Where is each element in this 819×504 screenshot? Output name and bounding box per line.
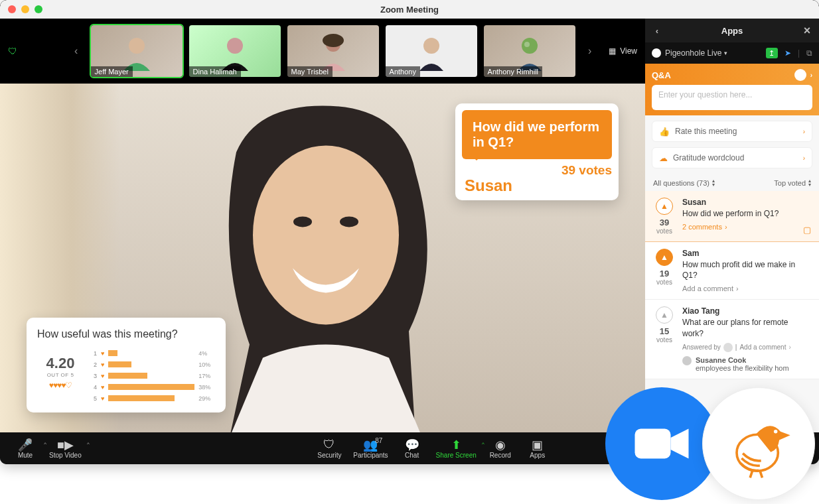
comments-link[interactable]: Add a comment › [682,284,811,292]
chevron-right-icon: › [803,128,805,135]
pigeonhole-logo [702,387,815,500]
send-icon[interactable]: ➤ [784,48,791,58]
chat-button[interactable]: 💬 Chat [394,438,431,459]
participant-name: Jeff Mayer [91,66,133,77]
svg-point-8 [293,216,312,227]
svg-point-7 [253,145,399,324]
mic-icon: 🎤 [18,438,33,452]
chat-label: Chat [405,452,419,459]
participant-thumb[interactable]: Anthony [386,25,477,77]
participant-name: Dina Halimah [189,66,241,77]
participant-thumb[interactable]: May Trisbel [287,25,379,77]
question-votes: 39 votes [462,163,612,178]
svg-point-5 [522,38,538,54]
question-item[interactable]: ▲ 19 votes Sam How much profit did we ma… [645,242,819,300]
share-app-button[interactable]: ↥ [766,48,778,58]
view-label: View [620,46,637,56]
chevron-right-icon: › [803,155,805,162]
share-screen-button[interactable]: ⬆ Share Screen ^ [431,438,482,459]
poll-overlay-card: How useful was this meeting? 4.20 OUT OF… [27,318,226,412]
thumbs-up-icon: 👍 [659,127,670,137]
stop-video-button[interactable]: ■▶ Stop Video ^ [44,438,87,459]
share-label: Share Screen [436,452,477,459]
reply: Susanne Cookemployees the flexibility ho… [682,356,811,372]
shield-icon: 🛡 [323,438,335,452]
question-input[interactable]: Enter your question here... [652,85,812,110]
svg-point-3 [323,34,344,47]
question-author: Xiao Tang [682,306,811,316]
participant-thumb[interactable]: Anthony Rimhill [484,25,575,77]
mute-button[interactable]: 🎤 Mute ^ [7,438,44,459]
popout-icon[interactable]: ⧉ [806,48,812,58]
minimize-window[interactable] [21,5,29,13]
upvote-button[interactable]: ▲ [656,306,673,324]
participant-name: Anthony [386,66,420,77]
poll-bar-row: 5♥29% [90,393,215,403]
apps-button[interactable]: ▣ Apps [519,438,556,459]
record-label: Record [490,452,511,459]
question-text: What are our plans for remote work? [682,317,811,338]
panel-back[interactable]: ‹ [645,19,669,42]
participants-label: Participants [353,452,388,459]
panel-close[interactable]: × [795,19,819,42]
upvote-button[interactable]: ▲ [656,249,673,266]
answered-by: Answered by | Add a comment › [682,343,811,352]
wordcloud-link[interactable]: ☁ Gratitude wordcloud › [652,147,812,168]
question-text: How did we perform in Q1? [682,208,796,219]
wordcloud-label: Gratitude wordcloud [673,153,744,162]
upvote-button[interactable]: ▲ [656,198,673,215]
sort-icon: ▴▾ [808,179,811,187]
vote-count: 15 [660,326,669,336]
security-button[interactable]: 🛡 Security [311,438,348,459]
record-icon: ◉ [495,438,506,452]
rate-meeting-label: Rate this meeting [675,127,737,136]
sort-dropdown[interactable]: Top voted ▴▾ [774,179,811,187]
stop-video-label: Stop Video [49,452,82,459]
filmstrip-next[interactable]: › [582,45,598,57]
filmstrip-prev[interactable]: ‹ [68,45,84,57]
avatar[interactable] [794,69,806,81]
chevron-down-icon[interactable]: ▾ [724,50,727,56]
svg-point-4 [423,38,439,54]
maximize-window[interactable] [35,5,42,13]
question-bubble: How did we perform in Q1? [462,110,612,159]
poll-bar-row: 4♥38% [90,382,215,392]
participant-name: Anthony Rimhill [484,66,542,77]
main-speaker-video: How did we perform in Q1? 39 votes Susan… [0,84,645,432]
question-item[interactable]: ▲ 15 votes Xiao Tang What are our plans … [645,300,819,379]
chevron-up-icon[interactable]: ^ [87,441,90,447]
vote-count: 19 [660,269,669,279]
comments-link[interactable]: 2 comments › [682,223,796,231]
participants-button[interactable]: 👥 87 Participants [348,438,393,459]
filter-all-questions[interactable]: All questions (73) ▴▾ [653,179,715,187]
hearts-icon: ♥♥♥♥♡ [37,381,84,390]
participant-thumb[interactable]: Jeff Mayer [91,25,183,77]
question-text: How much profit did we make in Q1? [682,259,811,281]
project-icon[interactable]: ▢ [803,225,811,235]
vote-label: votes [656,279,672,286]
logo-badges [605,387,815,500]
poll-bars: 1♥4%2♥10%3♥17%4♥38%5♥29% [90,348,215,405]
avatar [682,356,692,365]
close-window[interactable] [8,5,16,13]
vote-count: 39 [660,218,669,227]
participant-thumb[interactable]: Dina Halimah [189,25,281,77]
record-button[interactable]: ◉ Record [482,438,519,459]
pigeonhole-icon [652,48,661,58]
panel-title: Apps [721,26,743,36]
poll-bar-row: 2♥10% [90,359,215,369]
sort-icon: ▴▾ [712,179,715,187]
apps-icon: ▣ [532,438,543,452]
rate-meeting-link[interactable]: 👍 Rate this meeting › [652,121,812,142]
app-name: Pigeonhole Live [665,48,721,58]
svg-rect-10 [635,429,671,459]
question-item[interactable]: ▲ 39 votes Susan How did we perform in Q… [645,191,819,242]
view-button[interactable]: ▦ View [609,46,637,56]
vote-label: votes [656,227,672,235]
poll-title: How useful was this meeting? [37,328,215,340]
chevron-right-icon[interactable]: › [810,72,812,79]
filmstrip: 🛡 ‹ Jeff Mayer Dina Halimah May Trisbel [0,19,645,84]
share-icon: ⬆ [451,438,461,452]
security-label: Security [317,452,341,459]
poll-score-sub: OUT OF 5 [37,372,84,378]
